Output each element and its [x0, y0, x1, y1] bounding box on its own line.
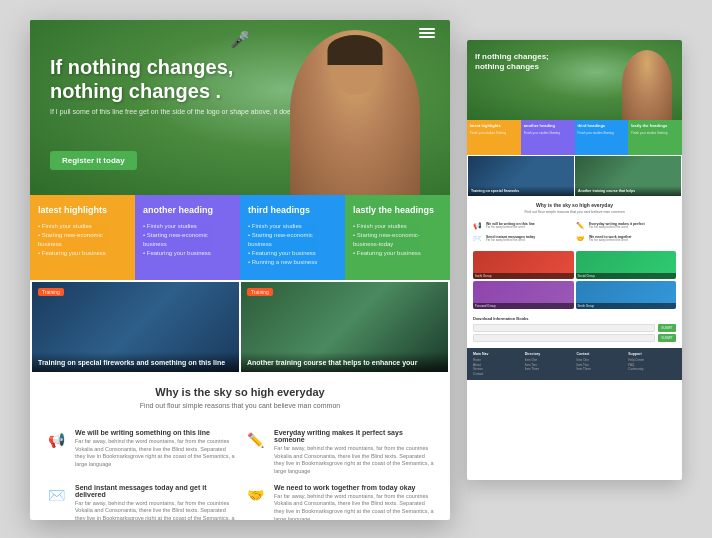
feature-item-4: 🤝 We need to work together from today ok… [244, 484, 435, 520]
feature-text-3: Send instant messages today and get it d… [75, 484, 236, 520]
card-text-1: • Finish your studies• Starting new-econ… [38, 222, 127, 258]
small-why-section: Why is the sky so high everyday Find out… [467, 197, 682, 219]
small-card-h4: lastly the headings [631, 124, 679, 129]
hero-title-line1: If nothing changes, [50, 55, 338, 79]
small-feat-2: ✏️ Everyday writing makes it perfect Far… [576, 222, 676, 232]
small-feat-1: 📢 We will be writing on this line Far fa… [473, 222, 573, 232]
download-btn-2[interactable]: SUBMIT [658, 334, 676, 342]
group-cards: Itochi Group Social Group Focused Group … [467, 248, 682, 312]
small-feat-4: 🤝 We need to work together Far far away … [576, 235, 676, 245]
card-text-2: • Finish your studies• Starting new-econ… [143, 222, 232, 258]
small-card-h2: another heading [524, 124, 572, 129]
group-card-social: Social Group [576, 251, 677, 279]
footer-col-heading-1: Main Nav [473, 352, 521, 356]
group-card-smile: Smile Group [576, 281, 677, 309]
download-input-1[interactable] [473, 324, 655, 332]
small-feat-3: ✉️ Send instant messages today Far far a… [473, 235, 573, 245]
card-heading-1: latest highlights [38, 205, 127, 216]
small-mockup: If nothing changes; nothing changes late… [467, 40, 682, 480]
feature-icon-4: 🤝 [244, 484, 266, 506]
group-label-3: Focused Group [473, 303, 574, 309]
small-feat-p4: Far far away behind the word [589, 239, 632, 243]
small-img-overlay-2: Another training course that helps [575, 186, 681, 196]
feature-text-2: Everyday writing makes it perfect says s… [274, 429, 435, 476]
small-card-1: latest highlights Finish your studies St… [467, 120, 521, 155]
colored-cards-row: latest highlights • Finish your studies•… [30, 195, 450, 280]
small-img-overlay-1: Training on special fireworks [468, 186, 574, 196]
hero-person-image [290, 30, 420, 195]
download-row-1: SUBMIT [473, 324, 676, 332]
feature-desc-3: Far far away, behind the word mountains,… [75, 500, 236, 520]
mic-icon: 🎤 [230, 30, 250, 49]
footer-col-4: Support Help CenterFAQCommunity [628, 352, 676, 376]
small-card-3: third headings Finish your studies Start… [575, 120, 629, 155]
small-features-grid: 📢 We will be writing on this line Far fa… [467, 219, 682, 248]
footer-col-items-4: Help CenterFAQCommunity [628, 358, 676, 372]
why-heading: Why is the sky so high everyday [50, 386, 430, 398]
img-card-tag-1: Training [38, 288, 64, 296]
feature-heading-4: We need to work together from today okay [274, 484, 435, 491]
small-card-p1: Finish your studies Starting [470, 131, 518, 135]
large-hero: 🎤 If nothing changes, nothing changes . … [30, 20, 450, 195]
download-section: Download Information Books SUBMIT SUBMIT [467, 312, 682, 348]
feature-icon-2: ✏️ [244, 429, 266, 451]
small-feat-icon-4: 🤝 [576, 235, 586, 245]
small-feat-p3: Far far away behind the word [486, 239, 535, 243]
feature-text-4: We need to work together from today okay… [274, 484, 435, 520]
small-card-h3: third headings [578, 124, 626, 129]
small-why-heading: Why is the sky so high everyday [475, 202, 674, 208]
card-latest-highlights[interactable]: latest highlights • Finish your studies•… [30, 195, 135, 280]
features-grid: 📢 We will be writing something on this l… [30, 421, 450, 520]
group-label-4: Smile Group [576, 303, 677, 309]
footer-col-2: Directory Item OneItem TwoItem Three [525, 352, 573, 376]
group-label-2: Social Group [576, 273, 677, 279]
small-feat-p2: Far far away behind the word [589, 226, 645, 230]
feature-item-3: ✉️ Send instant messages today and get i… [45, 484, 236, 520]
small-img-row: Training on special fireworks Another tr… [467, 155, 682, 197]
img-card-training[interactable]: Training Another training course that he… [241, 282, 448, 372]
small-card-p4: Finish your studies Starting [631, 131, 679, 135]
download-btn-1[interactable]: SUBMIT [658, 324, 676, 332]
small-feat-p1: Far far away behind the word [486, 226, 535, 230]
card-lastly-headings[interactable]: lastly the headings • Finish your studie… [345, 195, 450, 280]
card-heading-4: lastly the headings [353, 205, 442, 216]
small-feat-text-1: We will be writing on this line Far far … [486, 222, 535, 232]
footer-section: Main Nav HomeAboutServiceContact Directo… [467, 348, 682, 380]
feature-desc-4: Far far away, behind the word mountains,… [274, 493, 435, 520]
small-hero-title2: nothing changes [475, 62, 549, 72]
img-card-text-1: Training on special fireworks and someth… [32, 352, 239, 372]
small-why-subtext: Find out flour simple reasons that you c… [475, 210, 674, 214]
img-card-text-2: Another training course that helps to en… [241, 352, 448, 372]
small-hero-person [622, 50, 672, 120]
img-card-tag-2: Training [247, 288, 273, 296]
small-cards-row: latest highlights Finish your studies St… [467, 120, 682, 155]
card-another-heading[interactable]: another heading • Finish your studies• S… [135, 195, 240, 280]
small-feat-icon-3: ✉️ [473, 235, 483, 245]
small-card-2: another heading Finish your studies Star… [521, 120, 575, 155]
scene: 🎤 If nothing changes, nothing changes . … [0, 0, 712, 538]
small-hero-text: If nothing changes; nothing changes [475, 52, 549, 71]
why-subtext: Find out flour simple reasons that you c… [50, 402, 430, 409]
small-feat-icon-1: 📢 [473, 222, 483, 232]
download-input-2[interactable] [473, 334, 655, 342]
download-heading: Download Information Books [473, 316, 676, 321]
feature-heading-2: Everyday writing makes it perfect says s… [274, 429, 435, 443]
nav-hamburger[interactable] [419, 28, 435, 38]
feature-item-2: ✏️ Everyday writing makes it perfect say… [244, 429, 435, 476]
hero-cta-button[interactable]: Register it today [50, 151, 137, 170]
group-card-focused: Focused Group [473, 281, 574, 309]
small-card-h1: latest highlights [470, 124, 518, 129]
card-third-headings[interactable]: third headings • Finish your studies• St… [240, 195, 345, 280]
group-card-itochi: Itochi Group [473, 251, 574, 279]
footer-col-items-1: HomeAboutServiceContact [473, 358, 521, 376]
card-text-4: • Finish your studies• Starting new-econ… [353, 222, 442, 258]
footer-col-heading-3: Contact [577, 352, 625, 356]
feature-desc-1: Far far away, behind the word mountains,… [75, 438, 236, 469]
small-feat-text-2: Everyday writing makes it perfect Far fa… [589, 222, 645, 232]
small-feat-text-3: Send instant messages today Far far away… [486, 235, 535, 245]
small-hero: If nothing changes; nothing changes [467, 40, 682, 120]
feature-heading-3: Send instant messages today and get it d… [75, 484, 236, 498]
why-section: Why is the sky so high everyday Find out… [30, 374, 450, 421]
img-card-fireworks[interactable]: Training Training on special fireworks a… [32, 282, 239, 372]
download-row-2: SUBMIT [473, 334, 676, 342]
